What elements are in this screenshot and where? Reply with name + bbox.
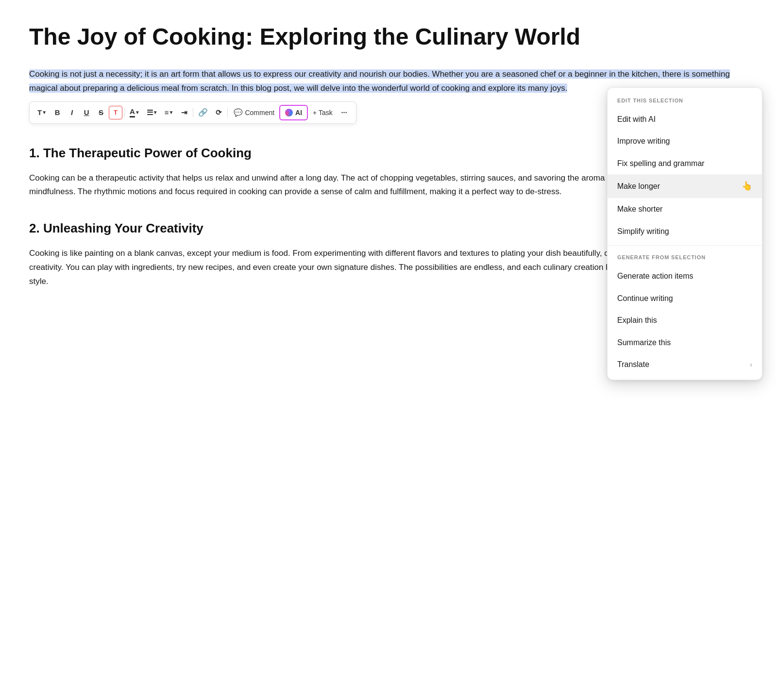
italic-button[interactable]: I: [65, 106, 79, 119]
bold-button[interactable]: B: [51, 106, 64, 119]
menu-item-make-shorter-label: Make shorter: [617, 203, 662, 216]
link-icon: 🔗: [198, 108, 208, 117]
page-container: The Joy of Cooking: Exploring the Culina…: [0, 0, 777, 700]
italic-icon: I: [71, 108, 73, 117]
menu-item-simplify-writing[interactable]: Simplify writing: [608, 220, 762, 243]
underline-icon: U: [84, 108, 89, 117]
image-icon: ⟳: [216, 108, 222, 117]
menu-item-translate[interactable]: Translate ›: [608, 353, 762, 376]
list-icon: ≡: [165, 108, 169, 117]
toolbar-divider-2: [193, 108, 193, 117]
strikethrough-icon: S: [99, 108, 103, 117]
menu-item-fix-spelling[interactable]: Fix spelling and grammar: [608, 152, 762, 175]
align-icon: ☰: [147, 108, 153, 117]
formatting-toolbar: T ▼ B I U S T A ▼ ☰ ▼ ≡ ▼ ⇥: [29, 101, 356, 124]
text-dropdown-arrow: ▼: [42, 110, 47, 115]
translate-chevron-icon: ›: [750, 359, 752, 370]
list-button[interactable]: ≡ ▼: [162, 106, 177, 119]
bold-icon: B: [55, 108, 60, 117]
list-arrow: ▼: [169, 110, 174, 115]
document-title: The Joy of Cooking: Exploring the Culina…: [29, 23, 748, 50]
ai-button[interactable]: AI: [279, 105, 308, 120]
text-format-button[interactable]: T ▼: [34, 106, 50, 119]
cursor-icon: 👆: [742, 179, 752, 193]
menu-item-generate-action-items[interactable]: Generate action items: [608, 265, 762, 287]
task-button[interactable]: + Task: [309, 106, 337, 119]
menu-item-explain-this-label: Explain this: [617, 314, 657, 327]
comment-icon: 💬: [234, 108, 243, 117]
frame-button[interactable]: T: [109, 106, 122, 119]
menu-item-summarize-this[interactable]: Summarize this: [608, 332, 762, 354]
comment-button[interactable]: 💬 Comment: [230, 106, 278, 119]
edit-section-label: EDIT THIS SELECTION: [608, 92, 762, 108]
font-color-arrow: ▼: [135, 110, 140, 115]
font-color-icon: A: [130, 107, 135, 117]
more-options-button[interactable]: ···: [338, 106, 351, 119]
menu-item-improve-writing-label: Improve writing: [617, 135, 670, 148]
menu-divider: [608, 245, 762, 246]
task-label: + Task: [313, 109, 333, 117]
menu-item-generate-action-items-label: Generate action items: [617, 270, 693, 283]
menu-item-continue-writing-label: Continue writing: [617, 292, 673, 305]
menu-item-make-shorter[interactable]: Make shorter: [608, 198, 762, 220]
ai-dropdown-menu: EDIT THIS SELECTION Edit with AI Improve…: [607, 87, 762, 380]
link-button[interactable]: 🔗: [195, 106, 211, 119]
underline-button[interactable]: U: [80, 106, 93, 119]
menu-item-translate-label: Translate: [617, 358, 649, 371]
ai-label: AI: [295, 109, 302, 117]
menu-item-make-longer[interactable]: Make longer 👆: [608, 174, 762, 198]
indent-icon: ⇥: [181, 108, 187, 117]
menu-item-edit-with-ai-label: Edit with AI: [617, 113, 656, 126]
align-arrow: ▼: [153, 110, 158, 115]
align-button[interactable]: ☰ ▼: [144, 106, 161, 119]
toolbar-divider-3: [227, 108, 228, 117]
generate-section-label: GENERATE FROM SELECTION: [608, 249, 762, 265]
frame-icon: T: [114, 109, 118, 116]
font-color-button[interactable]: A ▼: [127, 106, 143, 119]
more-options-icon: ···: [341, 108, 347, 117]
comment-label: Comment: [245, 109, 274, 117]
menu-item-summarize-this-label: Summarize this: [617, 336, 671, 349]
menu-item-explain-this[interactable]: Explain this: [608, 309, 762, 332]
menu-item-fix-spelling-label: Fix spelling and grammar: [617, 157, 705, 170]
indent-button[interactable]: ⇥: [177, 106, 191, 119]
ai-icon: [285, 109, 293, 117]
menu-item-edit-with-ai[interactable]: Edit with AI: [608, 108, 762, 131]
menu-item-make-longer-label: Make longer: [617, 180, 660, 193]
toolbar-divider-1: [124, 108, 125, 117]
menu-item-continue-writing[interactable]: Continue writing: [608, 287, 762, 310]
menu-item-improve-writing[interactable]: Improve writing: [608, 130, 762, 152]
image-button[interactable]: ⟳: [212, 106, 225, 119]
menu-item-simplify-writing-label: Simplify writing: [617, 225, 669, 238]
strikethrough-button[interactable]: S: [94, 106, 108, 119]
text-icon: T: [37, 108, 42, 117]
